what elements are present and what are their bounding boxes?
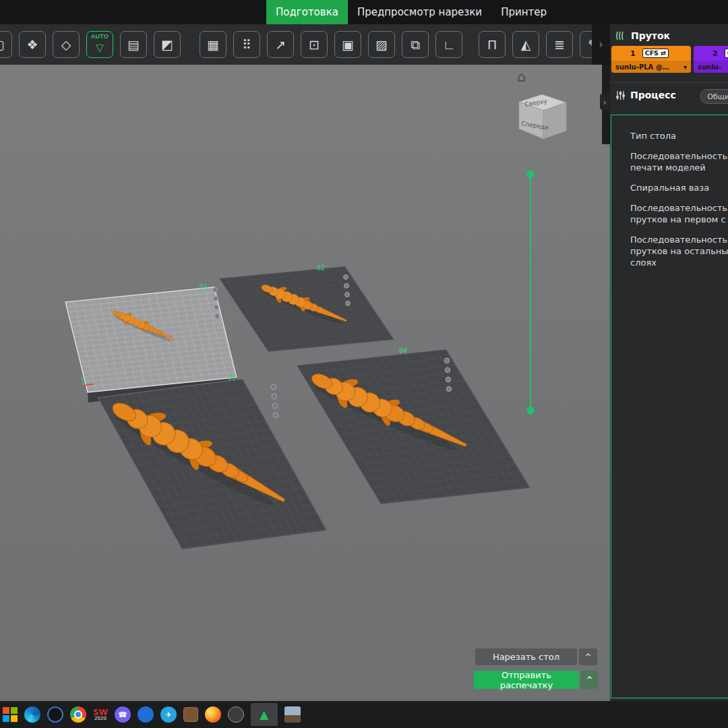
viber-phone-icon: ☎ xyxy=(118,710,127,719)
layers-icon: ≣ xyxy=(554,38,565,51)
tab-printer[interactable]: Принтер xyxy=(491,0,556,24)
layer-slider[interactable] xyxy=(527,171,535,415)
filament-slot-1[interactable]: 1 CFS ⇄ sunlu-PLA @… ▾ xyxy=(611,46,691,73)
eraser-tool-button[interactable]: ◩ xyxy=(154,31,181,58)
auto-fill-tool-button[interactable]: AUTO ▽ xyxy=(86,31,113,58)
filament-spool-icon xyxy=(615,30,626,41)
telegram-plane-icon: ✈ xyxy=(165,710,171,719)
process-tab-general[interactable]: Общие xyxy=(700,89,728,104)
taskbar-item-wot[interactable] xyxy=(284,706,301,723)
filament-slot-2-number: 2 xyxy=(712,49,718,58)
arrange-icon: ❖ xyxy=(26,38,38,51)
cube-inset-icon: ▣ xyxy=(342,38,354,51)
process-sliders-icon xyxy=(615,90,626,100)
slider-handle-bottom[interactable] xyxy=(527,407,535,415)
cube-icon: ⊡ xyxy=(309,38,320,51)
top-bar: Подготовка Предпросмотр нарезки Принтер xyxy=(0,0,728,24)
arrange-all-icon: ⠿ xyxy=(242,38,251,51)
build-plate-1-selected[interactable] xyxy=(65,287,237,392)
filament-slot-2[interactable]: 2 CFS ⇄ sunlu- ▾ xyxy=(694,46,728,73)
corner-tool-button[interactable]: ∟ xyxy=(435,31,462,58)
layers-tool-button[interactable]: ≣ xyxy=(546,31,573,58)
process-settings-group: Тип стола Последовательность печати моде… xyxy=(611,115,728,698)
hatch-plane-tool-button[interactable]: ▨ xyxy=(368,31,395,58)
support-icon: Π xyxy=(487,38,497,51)
param-print-sequence[interactable]: Последовательность печати моделей xyxy=(630,150,728,173)
merge-icon: ⧉ xyxy=(411,38,420,51)
taskbar-item-chrome[interactable] xyxy=(70,706,86,723)
filament-slot-2-name: sunlu- xyxy=(698,63,721,71)
toolbar: ▢ ❖ ◇ AUTO ▽ ▤ ◩ ▦ ⠿ ↗ ⊡ ▣ ▨ ⧉ ∟ Π ◭ ≣ ✎… xyxy=(0,24,610,65)
tab-prepare[interactable]: Подготовка xyxy=(266,0,348,24)
support-tool-button[interactable]: Π xyxy=(479,31,506,58)
corner-icon: ∟ xyxy=(443,38,456,51)
filament-slots: 1 CFS ⇄ sunlu-PLA @… ▾ 2 CFS ⇄ sunlu- ▾ xyxy=(610,46,728,73)
taskbar-item-app2[interactable] xyxy=(138,706,154,723)
process-header: Процесс Общие xyxy=(610,83,728,106)
filament-slot-2-name-row[interactable]: sunlu- ▾ xyxy=(694,61,728,73)
auto-fill-icon: ▽ xyxy=(96,42,104,53)
taskbar-item-app3[interactable] xyxy=(183,707,198,722)
send-print-button[interactable]: Отправить распечатку xyxy=(474,671,579,689)
taskbar-item-app4[interactable] xyxy=(228,706,244,723)
slice-plate-button[interactable]: Нарезать стол xyxy=(475,648,577,665)
move-tool-button[interactable]: ▢ xyxy=(0,31,12,58)
auto-label: AUTO xyxy=(91,33,109,40)
orient-icon: ◇ xyxy=(61,38,71,51)
taskbar-item-firefox[interactable] xyxy=(205,706,221,723)
filament-slot-1-number: 1 xyxy=(630,49,636,58)
filament-slot-1-name: sunlu-PLA @… xyxy=(615,63,669,71)
param-filament-sequence-first-layer[interactable]: Последовательность прутков на первом с xyxy=(630,202,728,225)
cube-tool-button[interactable]: ⊡ xyxy=(301,31,328,58)
windows-taskbar: SW 2020 ☎ ✈ ▲ xyxy=(0,701,728,728)
cube-inset-tool-button[interactable]: ▣ xyxy=(334,31,361,58)
grid-tool-button[interactable]: ▦ xyxy=(200,31,226,58)
taskbar-item-edge[interactable] xyxy=(24,706,40,723)
slicer-app-window: Подготовка Предпросмотр нарезки Принтер … xyxy=(0,0,728,728)
solidworks-icon-text: SW xyxy=(93,708,108,717)
cfs-badge: CFS ⇄ xyxy=(642,49,669,58)
prism-tool-button[interactable]: ◭ xyxy=(512,31,539,58)
arrange-all-tool-button[interactable]: ⠿ xyxy=(233,31,260,58)
plate-3-filament-markers[interactable] xyxy=(271,384,278,418)
merge-tool-button[interactable]: ⧉ xyxy=(402,31,429,58)
plate-4-label: 04 xyxy=(399,347,407,355)
right-settings-panel: Пруток 1 CFS ⇄ sunlu-PLA @… ▾ 2 CFS ⇄ xyxy=(610,24,728,701)
slice-options-caret-icon[interactable]: ^ xyxy=(579,648,597,665)
param-bed-type[interactable]: Тип стола xyxy=(630,130,728,142)
split-layout-icon: ▤ xyxy=(127,38,140,51)
split-layout-tool-button[interactable]: ▤ xyxy=(120,31,147,58)
grid-icon: ▦ xyxy=(207,38,219,51)
taskbar-item-slicer-active[interactable]: ▲ xyxy=(251,703,278,726)
scale-tool-button[interactable]: ↗ xyxy=(267,31,294,58)
taskbar-item-viber[interactable]: ☎ xyxy=(115,706,131,723)
hatch-plane-icon: ▨ xyxy=(375,38,388,51)
scale-icon: ↗ xyxy=(275,38,286,51)
prism-icon: ◭ xyxy=(521,38,531,51)
filament-slot-1-name-row[interactable]: sunlu-PLA @… ▾ xyxy=(611,61,691,73)
filament-title: Пруток xyxy=(631,30,670,41)
scene-svg[interactable]: 01 02 03 04 Сверху Спере xyxy=(0,65,610,701)
eraser-icon: ◩ xyxy=(161,38,173,51)
toolbar-collapse-chevron-icon[interactable]: › xyxy=(592,24,610,65)
print-options-caret-icon[interactable]: ^ xyxy=(581,671,598,689)
taskbar-item-solidworks[interactable]: SW 2020 xyxy=(93,708,108,721)
solidworks-year-text: 2020 xyxy=(94,717,107,721)
param-filament-sequence-other-layers[interactable]: Последовательность прутков на остальны с… xyxy=(630,234,728,268)
start-tiles-icon xyxy=(3,707,18,722)
arrange-tool-button[interactable]: ❖ xyxy=(19,31,46,58)
tab-slice-preview[interactable]: Предпросмотр нарезки xyxy=(348,0,491,24)
param-spiral-vase[interactable]: Спиральная ваза xyxy=(630,182,728,193)
panel-collapse-chevron-icon[interactable]: › xyxy=(600,94,609,110)
plate-2-label: 02 xyxy=(317,264,325,272)
move-icon: ▢ xyxy=(0,38,5,51)
taskbar-item-app1[interactable] xyxy=(47,706,63,723)
taskbar-item-telegram[interactable]: ✈ xyxy=(160,706,177,723)
viewport-3d[interactable]: 01 02 03 04 Сверху Спере xyxy=(0,65,610,701)
orient-tool-button[interactable]: ◇ xyxy=(53,31,80,58)
slider-handle-top[interactable] xyxy=(527,171,535,178)
home-view-icon[interactable]: ⌂ xyxy=(514,69,530,85)
filament-header: Пруток xyxy=(610,24,728,46)
taskbar-item-start-tiles[interactable] xyxy=(3,707,18,722)
nav-cube[interactable]: Сверху Спереди xyxy=(519,94,566,139)
